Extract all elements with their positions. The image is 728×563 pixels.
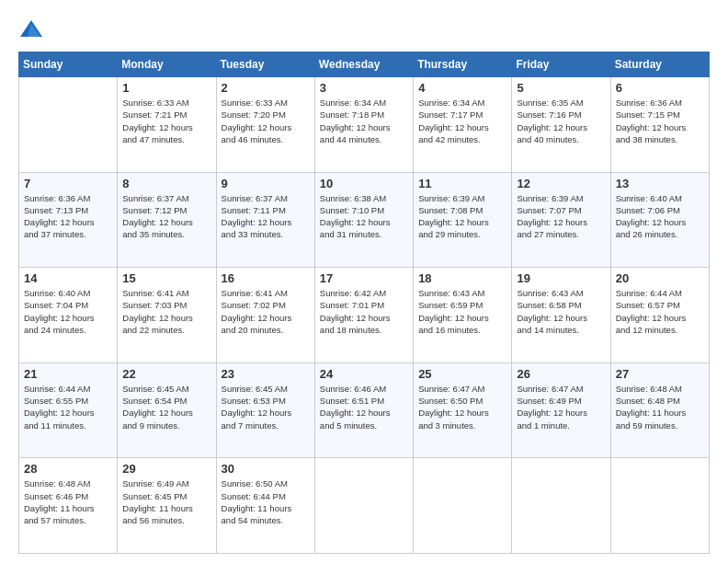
day-header-tuesday: Tuesday	[216, 52, 314, 77]
calendar-cell: 2Sunrise: 6:33 AM Sunset: 7:20 PM Daylig…	[216, 77, 314, 173]
logo	[18, 17, 48, 42]
calendar-cell: 24Sunrise: 6:46 AM Sunset: 6:51 PM Dayli…	[314, 362, 413, 458]
day-number: 13	[616, 177, 704, 190]
day-info: Sunrise: 6:34 AM Sunset: 7:18 PM Dayligh…	[320, 97, 408, 145]
day-info: Sunrise: 6:36 AM Sunset: 7:15 PM Dayligh…	[616, 97, 704, 145]
day-number: 4	[418, 81, 506, 95]
calendar-cell: 11Sunrise: 6:39 AM Sunset: 7:08 PM Dayli…	[414, 172, 512, 268]
day-info: Sunrise: 6:42 AM Sunset: 7:01 PM Dayligh…	[320, 287, 408, 336]
day-info: Sunrise: 6:33 AM Sunset: 7:21 PM Dayligh…	[122, 97, 210, 145]
calendar-cell: 23Sunrise: 6:45 AM Sunset: 6:53 PM Dayli…	[216, 362, 314, 458]
calendar-cell: 1Sunrise: 6:33 AM Sunset: 7:21 PM Daylig…	[118, 77, 216, 173]
day-number: 2	[222, 81, 310, 95]
day-number: 24	[320, 367, 408, 381]
calendar-cell: 15Sunrise: 6:41 AM Sunset: 7:03 PM Dayli…	[118, 268, 216, 363]
calendar-cell: 4Sunrise: 6:34 AM Sunset: 7:17 PM Daylig…	[414, 77, 512, 173]
day-number: 17	[320, 271, 408, 285]
calendar-week-1: 7Sunrise: 6:36 AM Sunset: 7:13 PM Daylig…	[19, 172, 710, 268]
calendar-week-2: 14Sunrise: 6:40 AM Sunset: 7:04 PM Dayli…	[19, 268, 710, 363]
calendar-cell: 14Sunrise: 6:40 AM Sunset: 7:04 PM Dayli…	[19, 268, 118, 363]
calendar-week-0: 1Sunrise: 6:33 AM Sunset: 7:21 PM Daylig…	[19, 77, 710, 173]
day-info: Sunrise: 6:41 AM Sunset: 7:02 PM Dayligh…	[222, 287, 310, 336]
day-info: Sunrise: 6:35 AM Sunset: 7:16 PM Dayligh…	[517, 97, 605, 145]
day-number: 25	[418, 367, 506, 381]
day-number: 18	[418, 271, 506, 285]
day-info: Sunrise: 6:49 AM Sunset: 6:45 PM Dayligh…	[122, 477, 210, 526]
calendar-cell	[314, 458, 413, 554]
calendar-cell	[512, 458, 610, 554]
day-header-sunday: Sunday	[19, 52, 118, 77]
day-header-saturday: Saturday	[610, 52, 709, 77]
day-info: Sunrise: 6:45 AM Sunset: 6:54 PM Dayligh…	[122, 383, 210, 431]
day-number: 19	[517, 271, 605, 285]
calendar-cell	[414, 458, 512, 554]
day-number: 27	[616, 367, 704, 381]
day-number: 29	[122, 462, 210, 476]
calendar-cell: 25Sunrise: 6:47 AM Sunset: 6:50 PM Dayli…	[414, 362, 512, 458]
calendar-cell: 27Sunrise: 6:48 AM Sunset: 6:48 PM Dayli…	[610, 362, 709, 458]
header	[18, 17, 710, 42]
day-number: 1	[122, 81, 210, 95]
calendar-week-4: 28Sunrise: 6:48 AM Sunset: 6:46 PM Dayli…	[19, 458, 710, 554]
day-info: Sunrise: 6:44 AM Sunset: 6:57 PM Dayligh…	[616, 287, 704, 336]
day-info: Sunrise: 6:33 AM Sunset: 7:20 PM Dayligh…	[222, 97, 310, 145]
day-info: Sunrise: 6:36 AM Sunset: 7:13 PM Dayligh…	[24, 192, 112, 241]
calendar-cell	[19, 77, 118, 173]
day-info: Sunrise: 6:40 AM Sunset: 7:04 PM Dayligh…	[24, 287, 112, 336]
day-info: Sunrise: 6:43 AM Sunset: 6:59 PM Dayligh…	[418, 287, 506, 336]
day-number: 30	[222, 462, 310, 476]
day-number: 3	[320, 81, 408, 95]
calendar-week-3: 21Sunrise: 6:44 AM Sunset: 6:55 PM Dayli…	[19, 362, 710, 458]
day-info: Sunrise: 6:37 AM Sunset: 7:12 PM Dayligh…	[122, 192, 210, 241]
calendar-cell: 13Sunrise: 6:40 AM Sunset: 7:06 PM Dayli…	[610, 172, 709, 268]
day-number: 11	[418, 177, 506, 190]
day-info: Sunrise: 6:37 AM Sunset: 7:11 PM Dayligh…	[222, 192, 310, 241]
calendar-cell: 22Sunrise: 6:45 AM Sunset: 6:54 PM Dayli…	[118, 362, 216, 458]
calendar-cell: 9Sunrise: 6:37 AM Sunset: 7:11 PM Daylig…	[216, 172, 314, 268]
day-number: 26	[517, 367, 605, 381]
calendar-cell: 3Sunrise: 6:34 AM Sunset: 7:18 PM Daylig…	[314, 77, 413, 173]
day-number: 9	[222, 177, 310, 190]
day-info: Sunrise: 6:44 AM Sunset: 6:55 PM Dayligh…	[24, 383, 112, 431]
calendar-cell: 26Sunrise: 6:47 AM Sunset: 6:49 PM Dayli…	[512, 362, 610, 458]
calendar-cell: 12Sunrise: 6:39 AM Sunset: 7:07 PM Dayli…	[512, 172, 610, 268]
day-number: 28	[24, 462, 112, 476]
day-info: Sunrise: 6:45 AM Sunset: 6:53 PM Dayligh…	[222, 383, 310, 431]
page: SundayMondayTuesdayWednesdayThursdayFrid…	[0, 0, 728, 563]
logo-icon	[18, 17, 44, 42]
calendar-header-row: SundayMondayTuesdayWednesdayThursdayFrid…	[19, 52, 710, 77]
day-header-friday: Friday	[512, 52, 610, 77]
day-info: Sunrise: 6:46 AM Sunset: 6:51 PM Dayligh…	[320, 383, 408, 431]
day-info: Sunrise: 6:48 AM Sunset: 6:46 PM Dayligh…	[24, 477, 112, 526]
calendar-cell: 30Sunrise: 6:50 AM Sunset: 6:44 PM Dayli…	[216, 458, 314, 554]
day-header-wednesday: Wednesday	[314, 52, 413, 77]
calendar-cell: 5Sunrise: 6:35 AM Sunset: 7:16 PM Daylig…	[512, 77, 610, 173]
day-number: 14	[24, 271, 112, 285]
day-info: Sunrise: 6:47 AM Sunset: 6:50 PM Dayligh…	[418, 383, 506, 431]
calendar-cell: 18Sunrise: 6:43 AM Sunset: 6:59 PM Dayli…	[414, 268, 512, 363]
calendar-cell: 10Sunrise: 6:38 AM Sunset: 7:10 PM Dayli…	[314, 172, 413, 268]
day-number: 15	[122, 271, 210, 285]
day-header-monday: Monday	[118, 52, 216, 77]
calendar-cell	[610, 458, 709, 554]
calendar-cell: 21Sunrise: 6:44 AM Sunset: 6:55 PM Dayli…	[19, 362, 118, 458]
day-number: 22	[122, 367, 210, 381]
day-info: Sunrise: 6:40 AM Sunset: 7:06 PM Dayligh…	[616, 192, 704, 241]
day-number: 23	[222, 367, 310, 381]
day-info: Sunrise: 6:38 AM Sunset: 7:10 PM Dayligh…	[320, 192, 408, 241]
day-number: 10	[320, 177, 408, 190]
calendar-cell: 20Sunrise: 6:44 AM Sunset: 6:57 PM Dayli…	[610, 268, 709, 363]
day-number: 6	[616, 81, 704, 95]
day-info: Sunrise: 6:34 AM Sunset: 7:17 PM Dayligh…	[418, 97, 506, 145]
day-info: Sunrise: 6:48 AM Sunset: 6:48 PM Dayligh…	[616, 383, 704, 431]
calendar-cell: 16Sunrise: 6:41 AM Sunset: 7:02 PM Dayli…	[216, 268, 314, 363]
day-header-thursday: Thursday	[414, 52, 512, 77]
day-info: Sunrise: 6:50 AM Sunset: 6:44 PM Dayligh…	[222, 477, 310, 526]
calendar-cell: 17Sunrise: 6:42 AM Sunset: 7:01 PM Dayli…	[314, 268, 413, 363]
day-number: 8	[122, 177, 210, 190]
day-number: 20	[616, 271, 704, 285]
day-number: 16	[222, 271, 310, 285]
calendar-cell: 29Sunrise: 6:49 AM Sunset: 6:45 PM Dayli…	[118, 458, 216, 554]
calendar-cell: 7Sunrise: 6:36 AM Sunset: 7:13 PM Daylig…	[19, 172, 118, 268]
day-info: Sunrise: 6:43 AM Sunset: 6:58 PM Dayligh…	[517, 287, 605, 336]
